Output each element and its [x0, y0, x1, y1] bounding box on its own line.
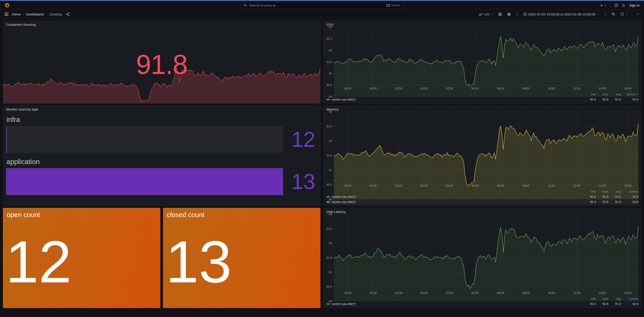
chart-plot-area[interactable] — [334, 27, 638, 86]
y-tick-label: 91 — [324, 271, 332, 274]
add-panel-button[interactable]: Add — [478, 12, 494, 17]
panel-monitor-count: Monitor count by type infra 12 applicati… — [3, 105, 320, 206]
zoom-out-time-button[interactable] — [611, 12, 616, 17]
x-tick-label: 06:00 — [496, 291, 506, 294]
breadcrumb-separator: › — [23, 13, 24, 16]
panel-title[interactable]: Memory — [324, 106, 641, 112]
plus-icon — [600, 4, 603, 7]
x-tick-label: 14:00 — [598, 87, 607, 90]
legend-stat-current: 92.6 — [621, 302, 638, 305]
clock-icon — [523, 12, 527, 16]
y-tick-label: 91.5 — [324, 154, 332, 157]
bargauge-value: 12 — [283, 129, 316, 150]
x-tick-label: 04:00 — [470, 184, 480, 187]
panel-title[interactable]: Containers Running — [3, 21, 320, 27]
x-tick-label: 08:00 — [521, 184, 531, 187]
legend-stat-current: 92.6 — [621, 98, 638, 101]
y-tick-label: 92 — [324, 49, 332, 52]
bargauge-bar-infra[interactable] — [6, 126, 283, 153]
x-tick-label: 22:00 — [394, 184, 404, 187]
x-tick-label: 18:00 — [343, 184, 353, 187]
x-tick-label: 08:00 — [521, 291, 531, 294]
x-tick-label: 12:00 — [572, 291, 582, 294]
stat-pair-container: open count 12 closed count 13 — [3, 208, 320, 308]
legend-series-name[interactable]: system.cpu.idle{*} — [326, 98, 583, 101]
legend-series-name[interactable]: system.cpu.idle{*} — [326, 302, 583, 305]
chevron-down-icon — [626, 13, 628, 16]
x-tick-label: 00:00 — [419, 291, 429, 294]
panel-title[interactable]: closed count — [163, 208, 320, 219]
panel-title[interactable]: CPU — [324, 21, 641, 27]
chart-plot-area[interactable] — [334, 214, 638, 291]
bargauge-bar-application[interactable] — [6, 168, 283, 195]
y-tick-label: 90 — [324, 197, 332, 201]
legend-stat-max: 92.6 — [596, 200, 608, 204]
panel-open-count: open count 12 — [3, 208, 160, 308]
top-navigation-bar: Search or jump to... cmd+k — [0, 1, 644, 10]
time-range-picker[interactable]: 2022-01-04 16:55:00 to 2022-01-05 16:50:… — [523, 12, 600, 17]
legend-series-row: system.cpu.idle{*}90.492.691.892.6 — [326, 97, 638, 102]
news-button[interactable] — [622, 3, 626, 7]
x-tick-label: 18:00 — [343, 87, 353, 90]
search-shortcut: cmd+k — [386, 4, 400, 7]
chevron-up-icon — [636, 13, 640, 16]
y-tick-label: 91.5 — [324, 256, 332, 259]
chart-plot-area[interactable] — [334, 112, 638, 184]
x-tick-label: 16:00 — [623, 87, 633, 90]
x-tick-label: 22:00 — [394, 87, 404, 90]
series-color-swatch — [326, 202, 330, 202]
x-tick-label: 12:00 — [572, 184, 582, 187]
divider — [632, 12, 632, 16]
share-icon[interactable] — [66, 12, 70, 16]
search-input[interactable]: Search or jump to... cmd+k — [241, 2, 403, 9]
x-tick-label: 00:00 — [419, 87, 429, 90]
rss-icon — [622, 3, 626, 7]
dashboard-settings-button[interactable] — [506, 12, 512, 17]
panel-memory: Memory 9090.59191.59292.593 18:0020:0022… — [323, 105, 641, 206]
chevron-down-icon — [604, 4, 607, 7]
x-axis: 18:0020:0022:0000:0002:0004:0006:0008:00… — [334, 184, 638, 189]
time-shift-back-button[interactable] — [515, 12, 520, 17]
x-tick-label: 16:00 — [623, 184, 633, 187]
y-tick-label: 91 — [324, 168, 332, 172]
refresh-icon — [620, 12, 624, 16]
bargauge-row-infra: infra 12 — [6, 114, 316, 153]
legend-series-row: system.cpu.idle{*}90.492.691.892.6 — [326, 301, 638, 306]
search-placeholder: Search or jump to... — [249, 3, 384, 7]
x-tick-label: 00:00 — [419, 184, 429, 187]
time-shift-forward-button[interactable] — [603, 12, 608, 17]
y-tick-label: 92.5 — [324, 125, 332, 128]
x-tick-label: 06:00 — [496, 184, 506, 187]
panel-title[interactable]: open count — [3, 208, 160, 219]
sign-in-button[interactable]: Sign in — [629, 3, 640, 7]
dashboard-toolbar: Home › Dashboards › Datadog Add — [0, 10, 644, 19]
breadcrumb-home[interactable]: Home — [12, 12, 20, 16]
panel-title[interactable]: Monitor count by type — [3, 106, 320, 112]
breadcrumb-dashboards[interactable]: Dashboards — [26, 12, 44, 16]
dashboard-grid: Containers Running 91.8 CPU 9090.59191.5… — [0, 19, 644, 308]
y-tick-label: 91.5 — [324, 60, 332, 64]
menu-toggle[interactable] — [4, 13, 8, 16]
x-tick-label: 02:00 — [445, 184, 454, 187]
y-tick-label: 91 — [324, 72, 332, 75]
x-tick-label: 20:00 — [368, 87, 378, 90]
refresh-button[interactable] — [619, 12, 629, 17]
y-tick-label: 90 — [324, 299, 332, 303]
x-tick-label: 02:00 — [445, 87, 454, 90]
save-dashboard-button[interactable] — [497, 12, 503, 17]
y-tick-label: 90.5 — [324, 285, 332, 288]
legend-stat-min: 90.4 — [583, 302, 596, 305]
breadcrumb: Home › Dashboards › Datadog — [12, 12, 70, 16]
y-tick-label: 93 — [324, 110, 332, 113]
bargauge-value: 13 — [283, 171, 316, 192]
legend-series-name[interactable]: system.cpu.idle{*} — [326, 200, 583, 204]
new-button[interactable] — [600, 4, 607, 7]
x-tick-label: 22:00 — [394, 291, 404, 294]
kiosk-mode-button[interactable] — [636, 12, 640, 17]
panel-title[interactable]: Disk Latency — [324, 208, 641, 214]
help-button[interactable] — [614, 3, 618, 8]
x-tick-label: 16:00 — [623, 291, 633, 294]
legend-stat-avg: 91.8 — [608, 200, 621, 204]
grafana-logo[interactable] — [4, 3, 10, 8]
keyboard-icon — [386, 4, 390, 7]
